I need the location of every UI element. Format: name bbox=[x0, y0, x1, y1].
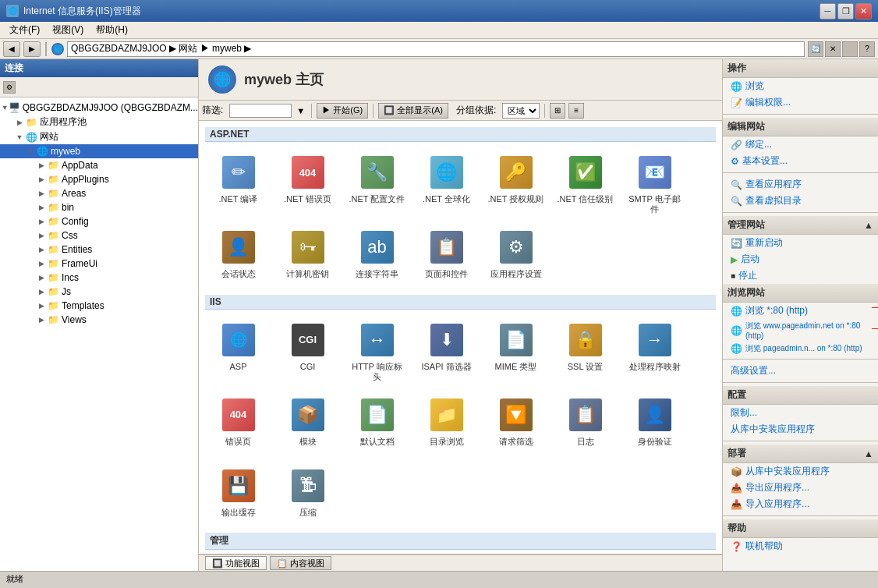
icon-ssl[interactable]: 🔒 SSL 设置 bbox=[552, 316, 618, 388]
deploy-install-link[interactable]: 📦 从库中安装应用程序 bbox=[723, 463, 878, 480]
collapse-icon[interactable]: ▲ bbox=[864, 220, 873, 231]
tree-item-apppool[interactable]: ▶ 📁 应用程序池 bbox=[0, 115, 198, 129]
toggle-templates[interactable]: ▶ bbox=[36, 300, 47, 311]
group-select[interactable]: 区域 bbox=[502, 103, 540, 119]
icon-errorpage[interactable]: 404 错误页 bbox=[205, 391, 271, 452]
toggle-appplugins[interactable]: ▶ bbox=[36, 174, 47, 185]
browse80-link[interactable]: 🌐 浏览 *:80 (http) bbox=[723, 303, 878, 319]
stop-icon[interactable]: ✕ bbox=[825, 41, 841, 57]
stop-link[interactable]: ■ 停止 bbox=[723, 267, 878, 284]
tree-item-config[interactable]: ▶ 📁 Config bbox=[0, 214, 198, 228]
restart-link[interactable]: 🔄 重新启动 bbox=[723, 235, 878, 251]
address-input[interactable] bbox=[67, 41, 805, 57]
icon-connstring[interactable]: ab 连接字符串 bbox=[344, 223, 410, 285]
help-icon[interactable]: ? bbox=[859, 41, 875, 57]
list-view-btn[interactable]: ≡ bbox=[568, 103, 584, 119]
tree-item-areas[interactable]: ▶ 📁 Areas bbox=[0, 186, 198, 200]
advanced-link[interactable]: 高级设置... bbox=[723, 363, 878, 379]
restore-button[interactable]: ❐ bbox=[837, 3, 854, 19]
icon-reqfilter[interactable]: 🔽 请求筛选 bbox=[483, 391, 549, 452]
bind-link[interactable]: 🔗 绑定... bbox=[723, 136, 878, 153]
icon-session[interactable]: 👤 会话状态 bbox=[205, 223, 271, 285]
view-app-link[interactable]: 🔍 查看应用程序 bbox=[723, 176, 878, 193]
refresh-icon[interactable]: 🔄 bbox=[808, 41, 823, 57]
icon-dotnet-edit[interactable]: ✏ .NET 编译 bbox=[205, 148, 271, 220]
basic-settings-link[interactable]: ⚙ 基本设置... bbox=[723, 153, 878, 169]
toggle-root[interactable]: ▼ bbox=[2, 102, 9, 113]
tree-item-root[interactable]: ▼ 🖥️ QBGGZBDAZMJ9JOO (QBGGZBDAZM... bbox=[0, 101, 198, 115]
toggle-incs[interactable]: ▶ bbox=[36, 272, 47, 283]
toggle-config[interactable]: ▶ bbox=[36, 216, 47, 227]
tree-item-css[interactable]: ▶ 📁 Css bbox=[0, 228, 198, 243]
forward-button[interactable]: ▶ bbox=[23, 41, 41, 57]
import-app-link[interactable]: 📥 导入应用程序... bbox=[723, 496, 878, 512]
toggle-entities[interactable]: ▶ bbox=[36, 244, 47, 255]
icon-appsetting[interactable]: ⚙ 应用程序设置 bbox=[483, 223, 549, 285]
icon-dotnet-global[interactable]: 🌐 .NET 全球化 bbox=[413, 148, 480, 220]
icon-log[interactable]: 📋 日志 bbox=[552, 391, 618, 452]
icon-isapi[interactable]: ⬇ ISAPI 筛选器 bbox=[413, 316, 480, 388]
toggle-css[interactable]: ▶ bbox=[36, 230, 47, 241]
tree-item-js[interactable]: ▶ 📁 Js bbox=[0, 285, 198, 299]
icon-machinekey[interactable]: 🗝 计算机密钥 bbox=[274, 223, 341, 285]
tree-item-frameui[interactable]: ▶ 📁 FrameUi bbox=[0, 257, 198, 271]
menu-help[interactable]: 帮助(H) bbox=[90, 22, 134, 38]
tree-item-templates[interactable]: ▶ 📁 Templates bbox=[0, 299, 198, 313]
toggle-myweb[interactable]: ▼ bbox=[25, 146, 36, 157]
install-gallery-link[interactable]: 从库中安装应用程序 bbox=[723, 421, 878, 437]
icon-handler[interactable]: → 处理程序映射 bbox=[621, 316, 688, 388]
icon-dirbrowse[interactable]: 📁 目录浏览 bbox=[413, 391, 480, 452]
content-view-tab[interactable]: 📋 内容视图 bbox=[270, 556, 331, 570]
icon-compress[interactable]: 🗜 压缩 bbox=[274, 462, 341, 523]
tree-item-appplugins[interactable]: ▶ 📁 AppPlugins bbox=[0, 172, 198, 186]
icon-mime[interactable]: 📄 MIME 类型 bbox=[483, 316, 549, 388]
filter-input[interactable] bbox=[229, 104, 292, 118]
icon-module[interactable]: 📦 模块 bbox=[274, 391, 341, 452]
tree-item-bin[interactable]: ▶ 📁 bin bbox=[0, 200, 198, 214]
start-button[interactable]: ▶ 开始(G) bbox=[317, 103, 368, 119]
toggle-views[interactable]: ▶ bbox=[36, 314, 47, 325]
icon-outputcache[interactable]: 💾 输出缓存 bbox=[205, 462, 271, 523]
toggle-appdata[interactable]: ▶ bbox=[36, 160, 47, 171]
icon-dotnet-404[interactable]: 404 .NET 错误页 bbox=[274, 148, 341, 220]
online-help-link[interactable]: ❓ 联机帮助 bbox=[723, 538, 878, 554]
export-app-link[interactable]: 📤 导出应用程序... bbox=[723, 480, 878, 496]
icon-defaultdoc[interactable]: 📄 默认文档 bbox=[344, 391, 410, 452]
icon-http-resp[interactable]: ↔ HTTP 响应标头 bbox=[344, 316, 410, 388]
minimize-button[interactable]: ─ bbox=[820, 3, 836, 19]
start-link[interactable]: ▶ 启动 bbox=[723, 251, 878, 267]
feature-view-tab[interactable]: 🔲 功能视图 bbox=[205, 556, 267, 570]
edit-perms-link[interactable]: 📝 编辑权限... bbox=[723, 94, 878, 111]
icon-dotnet-auth[interactable]: 🔑 .NET 授权规则 bbox=[483, 148, 549, 220]
browse-link[interactable]: 🌐 浏览 bbox=[723, 78, 878, 94]
show-all-button[interactable]: 🔲 全部显示(A) bbox=[378, 103, 448, 119]
icon-asp[interactable]: 🌐 ASP bbox=[205, 316, 271, 388]
icon-authverify[interactable]: 👤 身份验证 bbox=[621, 391, 688, 452]
tree-item-views[interactable]: ▶ 📁 Views bbox=[0, 313, 198, 327]
toggle-sites[interactable]: ▼ bbox=[14, 132, 25, 143]
icon-pages[interactable]: 📋 页面和控件 bbox=[413, 223, 480, 285]
icon-dotnet-config[interactable]: 🔧 .NET 配置文件 bbox=[344, 148, 410, 220]
deploy-collapse-icon[interactable]: ▲ bbox=[864, 448, 873, 459]
left-toolbar-btn[interactable]: ⚙ bbox=[3, 81, 16, 94]
tree-item-sites[interactable]: ▼ 🌐 网站 bbox=[0, 129, 198, 144]
icon-dotnet-trust[interactable]: ✅ .NET 信任级别 bbox=[552, 148, 618, 220]
menu-file[interactable]: 文件(F) bbox=[3, 22, 46, 38]
toggle-frameui[interactable]: ▶ bbox=[36, 258, 47, 269]
tree-item-myweb[interactable]: ▼ 🌐 myweb bbox=[0, 144, 198, 158]
browse-pageadmin2-link[interactable]: 🌐 浏览 pageadmin.n... on *:80 (http) bbox=[723, 342, 878, 356]
back-button[interactable]: ◀ bbox=[3, 41, 20, 57]
icon-smtp[interactable]: 📧 SMTP 电子邮件 bbox=[621, 148, 688, 220]
limit-link[interactable]: 限制... bbox=[723, 405, 878, 421]
toggle-areas[interactable]: ▶ bbox=[36, 188, 47, 199]
toggle-apppool[interactable]: ▶ bbox=[14, 117, 25, 128]
close-button[interactable]: ✕ bbox=[855, 3, 872, 19]
toggle-bin[interactable]: ▶ bbox=[36, 202, 47, 213]
view-vdir-link[interactable]: 🔍 查看虚拟目录 bbox=[723, 193, 878, 209]
tree-item-incs[interactable]: ▶ 📁 Incs bbox=[0, 271, 198, 285]
toggle-js[interactable]: ▶ bbox=[36, 286, 47, 297]
tree-item-entities[interactable]: ▶ 📁 Entities bbox=[0, 243, 198, 257]
grid-view-btn[interactable]: ⊞ bbox=[550, 103, 565, 119]
icon-cgi[interactable]: CGI CGI bbox=[274, 316, 341, 388]
browse-pageadmin-link[interactable]: 🌐 浏览 www.pageadmin.net on *:80 (http) → bbox=[723, 319, 878, 342]
